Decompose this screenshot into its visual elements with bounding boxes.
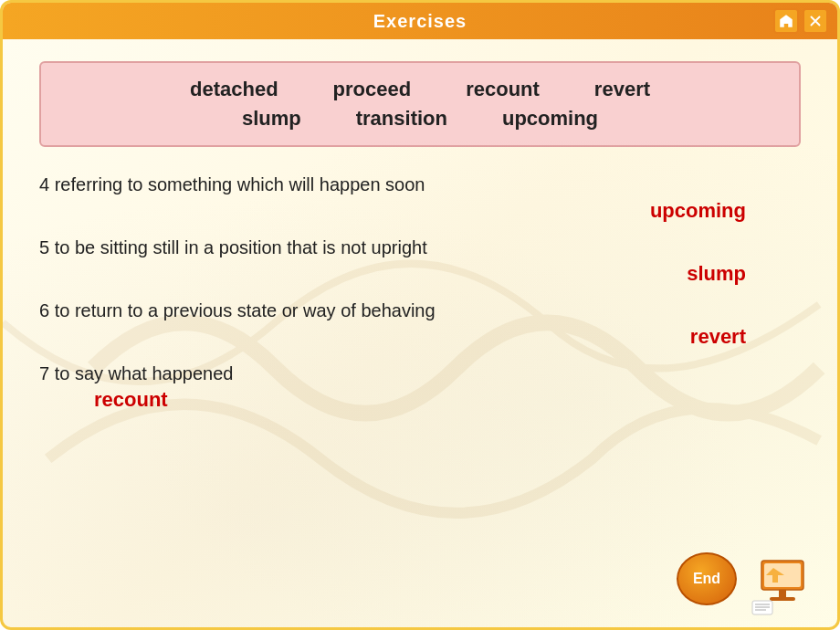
exercise-answer-4: upcoming xyxy=(39,199,801,223)
svg-rect-3 xyxy=(779,590,786,597)
header-title: Exercises xyxy=(373,11,467,32)
svg-rect-4 xyxy=(770,597,795,601)
word-slump: slump xyxy=(242,107,301,131)
exercise-question-4: 4 referring to something which will happ… xyxy=(39,174,801,195)
word-recount: recount xyxy=(466,78,540,101)
exercise-question-5: 5 to be sitting still in a position that… xyxy=(39,237,801,258)
desk-icon xyxy=(748,559,821,618)
word-bank-row-1: detached proceed recount revert xyxy=(59,78,781,101)
exercise-item-6: 6 to return to a previous state or way o… xyxy=(39,300,801,349)
exercise-answer-7: recount xyxy=(39,388,801,412)
top-right-icons xyxy=(773,8,828,34)
word-transition: transition xyxy=(356,107,447,131)
home-button[interactable] xyxy=(773,8,799,34)
word-revert: revert xyxy=(594,78,650,101)
content-area: 4 referring to something which will happ… xyxy=(3,165,837,445)
word-bank: detached proceed recount revert slump tr… xyxy=(39,61,801,147)
word-detached: detached xyxy=(190,78,278,101)
header-bar: Exercises xyxy=(3,3,837,39)
main-container: Exercises detached proceed recount rever… xyxy=(0,0,840,630)
exercise-question-6: 6 to return to a previous state or way o… xyxy=(39,300,801,321)
close-button[interactable] xyxy=(803,8,828,34)
end-button[interactable]: End xyxy=(677,552,737,605)
exercise-question-7: 7 to say what happened xyxy=(39,363,801,384)
exercise-answer-5: slump xyxy=(39,262,801,286)
word-upcoming: upcoming xyxy=(502,107,598,131)
word-proceed: proceed xyxy=(333,78,412,101)
exercise-answer-6: revert xyxy=(39,325,801,349)
end-button-label: End xyxy=(693,571,720,587)
word-bank-row-2: slump transition upcoming xyxy=(59,107,781,131)
exercise-item-4: 4 referring to something which will happ… xyxy=(39,174,801,223)
exercise-item-7: 7 to say what happened recount xyxy=(39,363,801,412)
exercise-item-5: 5 to be sitting still in a position that… xyxy=(39,237,801,286)
